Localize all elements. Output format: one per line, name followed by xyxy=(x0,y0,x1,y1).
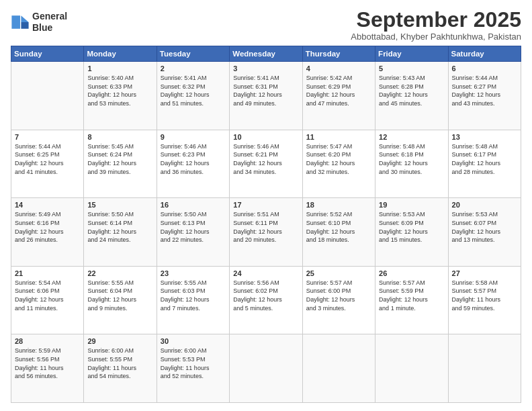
cell-1-3: 2Sunrise: 5:41 AM Sunset: 6:32 PM Daylig… xyxy=(157,62,229,130)
title-block: September 2025 Abbottabad, Khyber Pakhtu… xyxy=(351,8,521,42)
day-number: 21 xyxy=(15,269,80,277)
svg-rect-3 xyxy=(11,15,20,29)
cell-info: Sunrise: 5:51 AM Sunset: 6:11 PM Dayligh… xyxy=(233,210,298,244)
day-number: 29 xyxy=(87,337,152,345)
cell-info: Sunrise: 6:00 AM Sunset: 5:55 PM Dayligh… xyxy=(87,347,152,380)
day-number: 10 xyxy=(233,133,298,141)
cell-3-1: 14Sunrise: 5:49 AM Sunset: 6:16 PM Dayli… xyxy=(11,198,84,267)
cell-info: Sunrise: 5:55 AM Sunset: 6:04 PM Dayligh… xyxy=(87,279,152,312)
day-header-friday: Friday xyxy=(375,46,448,62)
cell-info: Sunrise: 5:53 AM Sunset: 6:09 PM Dayligh… xyxy=(379,210,444,244)
svg-marker-2 xyxy=(21,22,28,29)
cell-1-5: 4Sunrise: 5:42 AM Sunset: 6:29 PM Daylig… xyxy=(302,62,375,130)
cell-info: Sunrise: 5:53 AM Sunset: 6:07 PM Dayligh… xyxy=(452,210,517,244)
day-number: 22 xyxy=(87,269,152,277)
day-number: 23 xyxy=(161,269,226,277)
day-header-wednesday: Wednesday xyxy=(230,46,302,62)
week-row-2: 7Sunrise: 5:44 AM Sunset: 6:25 PM Daylig… xyxy=(11,130,521,198)
cell-5-3: 30Sunrise: 6:00 AM Sunset: 5:53 PM Dayli… xyxy=(157,334,229,403)
day-number: 2 xyxy=(161,64,226,73)
day-header-monday: Monday xyxy=(84,46,157,62)
cell-3-7: 20Sunrise: 5:53 AM Sunset: 6:07 PM Dayli… xyxy=(448,198,521,267)
day-header-saturday: Saturday xyxy=(448,46,521,62)
day-number: 4 xyxy=(306,64,371,73)
cell-1-7: 6Sunrise: 5:44 AM Sunset: 6:27 PM Daylig… xyxy=(448,62,521,130)
logo-icon xyxy=(11,13,30,32)
cell-1-6: 5Sunrise: 5:43 AM Sunset: 6:28 PM Daylig… xyxy=(375,62,448,130)
logo-text: General Blue xyxy=(32,11,67,34)
cell-4-6: 26Sunrise: 5:57 AM Sunset: 5:59 PM Dayli… xyxy=(375,266,448,334)
day-number: 27 xyxy=(452,269,517,277)
cell-info: Sunrise: 5:45 AM Sunset: 6:24 PM Dayligh… xyxy=(87,142,152,176)
logo-line2: Blue xyxy=(32,22,52,33)
cell-info: Sunrise: 5:44 AM Sunset: 6:27 PM Dayligh… xyxy=(452,74,517,107)
day-header-thursday: Thursday xyxy=(302,46,375,62)
day-number: 14 xyxy=(15,201,80,209)
cell-2-6: 12Sunrise: 5:48 AM Sunset: 6:18 PM Dayli… xyxy=(375,130,448,198)
cell-info: Sunrise: 6:00 AM Sunset: 5:53 PM Dayligh… xyxy=(161,347,226,380)
week-row-5: 28Sunrise: 5:59 AM Sunset: 5:56 PM Dayli… xyxy=(11,334,521,403)
cell-info: Sunrise: 5:59 AM Sunset: 5:56 PM Dayligh… xyxy=(15,347,80,380)
cell-4-4: 24Sunrise: 5:56 AM Sunset: 6:02 PM Dayli… xyxy=(230,266,302,334)
cell-3-3: 16Sunrise: 5:50 AM Sunset: 6:13 PM Dayli… xyxy=(157,198,229,267)
cell-info: Sunrise: 5:41 AM Sunset: 6:32 PM Dayligh… xyxy=(161,74,226,107)
cell-4-3: 23Sunrise: 5:55 AM Sunset: 6:03 PM Dayli… xyxy=(157,266,229,334)
page: General Blue September 2025 Abbottabad, … xyxy=(0,0,532,411)
day-number: 16 xyxy=(161,201,226,209)
day-number: 1 xyxy=(87,64,152,73)
day-number: 8 xyxy=(87,133,152,141)
cell-5-6 xyxy=(375,334,448,403)
cell-2-5: 11Sunrise: 5:47 AM Sunset: 6:20 PM Dayli… xyxy=(302,130,375,198)
cell-4-5: 25Sunrise: 5:57 AM Sunset: 6:00 PM Dayli… xyxy=(302,266,375,334)
cell-1-4: 3Sunrise: 5:41 AM Sunset: 6:31 PM Daylig… xyxy=(230,62,302,130)
cell-info: Sunrise: 5:52 AM Sunset: 6:10 PM Dayligh… xyxy=(306,210,371,244)
day-number: 19 xyxy=(379,201,444,209)
cell-info: Sunrise: 5:54 AM Sunset: 6:06 PM Dayligh… xyxy=(15,279,80,312)
logo: General Blue xyxy=(11,11,67,34)
day-number: 13 xyxy=(452,133,517,141)
day-number: 18 xyxy=(306,201,371,209)
cell-info: Sunrise: 5:46 AM Sunset: 6:21 PM Dayligh… xyxy=(233,142,298,176)
cell-info: Sunrise: 5:49 AM Sunset: 6:16 PM Dayligh… xyxy=(15,210,80,244)
cell-info: Sunrise: 5:46 AM Sunset: 6:23 PM Dayligh… xyxy=(161,142,226,176)
cell-5-7 xyxy=(448,334,521,403)
cell-3-2: 15Sunrise: 5:50 AM Sunset: 6:14 PM Dayli… xyxy=(84,198,157,267)
cell-2-2: 8Sunrise: 5:45 AM Sunset: 6:24 PM Daylig… xyxy=(84,130,157,198)
day-number: 24 xyxy=(233,269,298,277)
cell-4-2: 22Sunrise: 5:55 AM Sunset: 6:04 PM Dayli… xyxy=(84,266,157,334)
week-row-4: 21Sunrise: 5:54 AM Sunset: 6:06 PM Dayli… xyxy=(11,266,521,334)
cell-info: Sunrise: 5:43 AM Sunset: 6:28 PM Dayligh… xyxy=(379,74,444,107)
day-number: 26 xyxy=(379,269,444,277)
cell-2-3: 9Sunrise: 5:46 AM Sunset: 6:23 PM Daylig… xyxy=(157,130,229,198)
day-number: 17 xyxy=(233,201,298,209)
day-number: 28 xyxy=(15,337,80,345)
day-number: 15 xyxy=(87,201,152,209)
cell-info: Sunrise: 5:57 AM Sunset: 6:00 PM Dayligh… xyxy=(306,279,371,312)
cell-info: Sunrise: 5:58 AM Sunset: 5:57 PM Dayligh… xyxy=(452,279,517,312)
cell-info: Sunrise: 5:56 AM Sunset: 6:02 PM Dayligh… xyxy=(233,279,298,312)
cell-4-7: 27Sunrise: 5:58 AM Sunset: 5:57 PM Dayli… xyxy=(448,266,521,334)
cell-5-5 xyxy=(302,334,375,403)
day-number: 6 xyxy=(452,64,517,73)
day-number: 30 xyxy=(161,337,226,345)
cell-info: Sunrise: 5:48 AM Sunset: 6:18 PM Dayligh… xyxy=(379,142,444,176)
header: General Blue September 2025 Abbottabad, … xyxy=(11,8,521,42)
day-number: 12 xyxy=(379,133,444,141)
day-number: 9 xyxy=(161,133,226,141)
cell-1-2: 1Sunrise: 5:40 AM Sunset: 6:33 PM Daylig… xyxy=(84,62,157,130)
cell-info: Sunrise: 5:47 AM Sunset: 6:20 PM Dayligh… xyxy=(306,142,371,176)
day-number: 3 xyxy=(233,64,298,73)
cell-5-1: 28Sunrise: 5:59 AM Sunset: 5:56 PM Dayli… xyxy=(11,334,84,403)
day-header-tuesday: Tuesday xyxy=(157,46,229,62)
cell-3-6: 19Sunrise: 5:53 AM Sunset: 6:09 PM Dayli… xyxy=(375,198,448,267)
cell-5-2: 29Sunrise: 6:00 AM Sunset: 5:55 PM Dayli… xyxy=(84,334,157,403)
cell-info: Sunrise: 5:42 AM Sunset: 6:29 PM Dayligh… xyxy=(306,74,371,107)
cell-1-1 xyxy=(11,62,84,130)
cell-info: Sunrise: 5:55 AM Sunset: 6:03 PM Dayligh… xyxy=(161,279,226,312)
cell-2-7: 13Sunrise: 5:48 AM Sunset: 6:17 PM Dayli… xyxy=(448,130,521,198)
cell-info: Sunrise: 5:41 AM Sunset: 6:31 PM Dayligh… xyxy=(233,74,298,107)
cell-3-5: 18Sunrise: 5:52 AM Sunset: 6:10 PM Dayli… xyxy=(302,198,375,267)
cell-info: Sunrise: 5:57 AM Sunset: 5:59 PM Dayligh… xyxy=(379,279,444,312)
day-header-sunday: Sunday xyxy=(11,46,84,62)
cell-2-1: 7Sunrise: 5:44 AM Sunset: 6:25 PM Daylig… xyxy=(11,130,84,198)
